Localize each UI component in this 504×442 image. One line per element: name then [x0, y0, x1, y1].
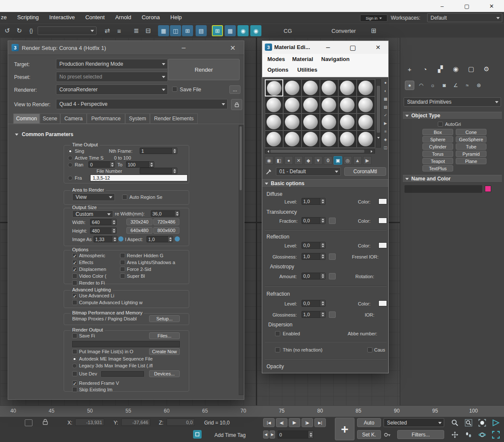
res-800x600-button[interactable]: 800x600 — [153, 227, 179, 234]
primitive-pyramid-button[interactable]: Pyramid — [456, 151, 486, 157]
primitive-cone-button[interactable]: Cone — [456, 129, 486, 135]
material-slot[interactable] — [302, 113, 320, 131]
scrollbar-thumb[interactable] — [377, 86, 380, 133]
renderer-dropdown[interactable]: CoronaRenderer — [56, 84, 168, 95]
use-device-checkbox[interactable] — [72, 371, 77, 376]
common-parameters-rollout[interactable]: Common Parameters — [15, 131, 73, 137]
pixel-aspect-spinner[interactable]: 1,0 — [147, 236, 173, 242]
sign-in-button[interactable]: Sign in — [360, 15, 387, 22]
time-frames-radio[interactable] — [68, 176, 73, 180]
scene-explorer-icon[interactable]: ⊟ — [143, 25, 154, 36]
autogrid-checkbox[interactable] — [438, 122, 443, 127]
res-320x240-button[interactable]: 320x240 — [126, 218, 152, 225]
spinner-arrows[interactable] — [167, 236, 173, 242]
primitive-tube-button[interactable]: Tube — [456, 143, 486, 150]
spinner-arrows[interactable] — [172, 168, 177, 174]
primitive-teapot-button[interactable]: Teapot — [422, 158, 453, 164]
render-button[interactable]: Render — [168, 59, 240, 80]
maximize-viewport-icon[interactable] — [489, 430, 502, 440]
autodesk-me-radio[interactable] — [72, 357, 77, 361]
make-unique-icon[interactable]: ◆ — [304, 156, 313, 165]
render-hidden-checkbox[interactable] — [120, 253, 125, 258]
reset-map-icon[interactable]: ✕ — [294, 156, 303, 165]
menu-utilities[interactable]: Utilities — [297, 67, 317, 73]
reflection-glossiness-spinner[interactable]: 1,0 — [302, 253, 325, 260]
file-number-spinner[interactable] — [140, 168, 177, 174]
menu-customize[interactable]: ze — [0, 12, 11, 23]
name-and-color-rollout[interactable]: Name and Color — [403, 175, 502, 183]
bitmap-setup-button[interactable]: Setup... — [149, 315, 180, 322]
go-to-start-button[interactable]: |◀ — [263, 418, 275, 427]
material-name-dropdown[interactable]: 01 - Default — [276, 167, 341, 176]
material-slot[interactable] — [265, 113, 283, 131]
image-aspect-spinner[interactable]: 1,33 — [94, 236, 117, 242]
schematic-view-icon[interactable]: ◫ — [170, 25, 181, 36]
modify-tab-icon[interactable]: ◔ — [420, 64, 430, 74]
redo-icon[interactable]: ↻ — [14, 25, 25, 36]
super-black-checkbox[interactable] — [120, 273, 125, 279]
dispersion-enabled-checkbox[interactable] — [275, 331, 280, 336]
go-to-end-button[interactable]: ▶| — [314, 418, 326, 427]
spinner-arrows[interactable] — [111, 228, 116, 233]
tab-system[interactable]: System — [125, 113, 150, 124]
menu-options[interactable]: Options — [267, 67, 288, 73]
render-iterative-icon[interactable]: ◉ — [250, 25, 261, 36]
cameras-icon[interactable]: ◙ — [440, 81, 448, 90]
video-color-check-checkbox[interactable] — [72, 273, 77, 279]
slots-horizontal-scrollbar[interactable] — [265, 149, 375, 154]
assign-to-selection-icon[interactable]: ● — [284, 156, 293, 165]
primitive-category-dropdown[interactable]: Standard Primitives — [404, 97, 501, 107]
glossiness-map-button[interactable] — [329, 253, 336, 260]
anisotropy-amount-spinner[interactable]: 0,0 — [302, 273, 325, 279]
dialog-maximize-button[interactable]: ▢ — [348, 42, 358, 52]
spinner-arrows[interactable] — [320, 300, 325, 306]
scroll-right-icon[interactable] — [371, 150, 374, 153]
mirror-icon[interactable]: ⇄ — [102, 25, 113, 36]
dialog-minimize-button[interactable]: – — [323, 42, 333, 52]
primitive-torus-button[interactable]: Torus — [422, 151, 453, 157]
show-end-result-icon[interactable]: ◎ — [343, 156, 352, 165]
atmospherics-checkbox[interactable] — [72, 253, 77, 258]
use-advanced-lighting-checkbox[interactable] — [72, 293, 77, 298]
anisotropy-map-button[interactable] — [329, 273, 336, 279]
systems-icon[interactable]: ⊛ — [475, 81, 483, 90]
spinner-arrows[interactable] — [149, 162, 154, 167]
dialog-close-button[interactable]: ✕ — [372, 42, 384, 52]
undo-icon[interactable]: ↺ — [2, 25, 13, 36]
time-single-radio[interactable] — [68, 149, 73, 154]
video-color-check-icon[interactable]: ✓ — [382, 112, 389, 118]
primitive-plane-button[interactable]: Plane — [456, 158, 486, 164]
menu-corona[interactable]: Corona — [138, 12, 164, 23]
backlight-icon[interactable]: ◐ — [382, 87, 389, 94]
put-to-scene-icon[interactable]: ◧ — [275, 156, 283, 165]
menu-navigation[interactable]: Navigation — [321, 56, 349, 62]
output-size-dropdown[interactable]: Custom — [72, 210, 113, 218]
play-button[interactable]: ▶ — [289, 418, 300, 427]
spinner-arrows[interactable] — [172, 148, 177, 154]
zoom-icon[interactable] — [448, 418, 461, 428]
primitive-cylinder-button[interactable]: Cylinder — [422, 143, 453, 150]
devices-button[interactable]: Devices... — [149, 370, 180, 377]
caustics-checkbox[interactable] — [367, 347, 372, 352]
material-slot[interactable] — [338, 131, 357, 148]
refraction-level-spinner[interactable]: 0,0 — [302, 300, 325, 307]
spinner-arrows[interactable] — [308, 431, 313, 438]
object-color-swatch[interactable] — [485, 186, 491, 192]
create-tab-icon[interactable]: + — [404, 64, 415, 74]
next-key-button[interactable]: ▶ — [270, 430, 275, 439]
preset-dropdown[interactable]: No preset selected — [56, 72, 168, 82]
primitive-geosphere-button[interactable]: GeoSphere — [456, 136, 486, 142]
render-production-icon[interactable]: ◉ — [237, 25, 249, 36]
x-coordinate-field[interactable]: -13,931 — [75, 419, 104, 426]
refraction-glossiness-spinner[interactable]: 1,0 — [302, 311, 325, 318]
save-output-checkbox[interactable] — [72, 333, 77, 338]
device-field[interactable] — [101, 371, 144, 377]
material-slot[interactable] — [283, 131, 302, 148]
motion-tab-icon[interactable]: ◉ — [451, 64, 461, 74]
effects-checkbox[interactable] — [72, 260, 77, 265]
timeline-ruler[interactable]: 404550556065707580859095100 — [0, 405, 504, 417]
window-close-button[interactable]: ✕ — [479, 0, 504, 12]
menu-interactive[interactable]: Interactive — [45, 12, 79, 23]
go-forward-icon[interactable]: ▶ — [363, 156, 372, 165]
diffuse-level-spinner[interactable]: 1,0 — [302, 198, 325, 205]
